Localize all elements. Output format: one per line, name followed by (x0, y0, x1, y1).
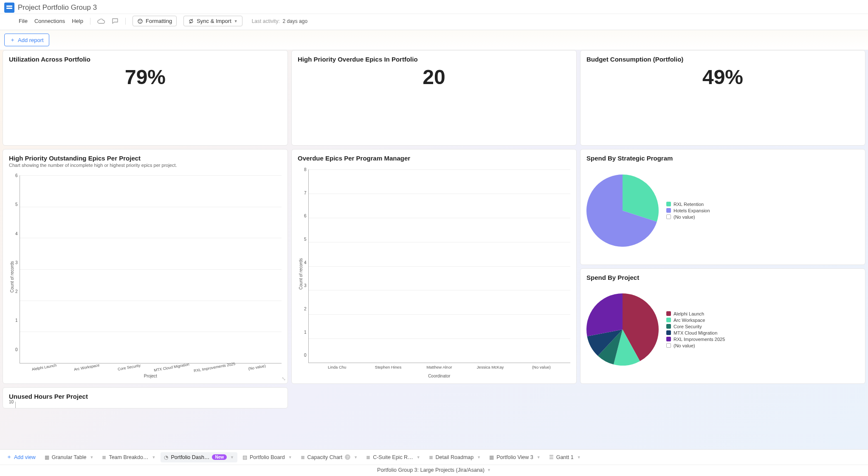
legend-label: RXL Retention (674, 202, 704, 207)
pie-svg (586, 293, 659, 366)
chart-title: High Priority Outstanding Epics Per Proj… (9, 155, 282, 162)
chart-unused-hours[interactable]: Unused Hours Per Project 10 (3, 387, 288, 408)
comment-icon[interactable] (112, 18, 118, 25)
legend-item[interactable]: Alelphi Launch (666, 311, 725, 316)
add-view-label: Add view (14, 454, 36, 460)
kpi-overdue-epics[interactable]: High Priority Overdue Epics In Portfolio… (291, 50, 577, 146)
sync-icon (188, 18, 194, 24)
legend: RXL RetentionHotels Expansion(No value) (666, 200, 710, 221)
chevron-down-icon[interactable]: ▼ (90, 455, 94, 459)
page-title: Project Portfolio Group 3 (18, 3, 97, 12)
legend: Alelphi LaunchArc WorkspaceCore Security… (666, 310, 725, 349)
bars (15, 402, 282, 408)
menu-file[interactable]: File (19, 18, 28, 24)
svg-point-0 (138, 19, 142, 23)
kpi-budget[interactable]: Budget Consumption (Portfolio) 49% (580, 50, 865, 146)
x-tick: Linda Chu (312, 365, 363, 369)
view-tab[interactable]: ▤Portfolio Board▼ (239, 452, 296, 462)
view-tab[interactable]: ◔Portfolio Dash…New▼ (161, 452, 237, 462)
view-tab[interactable]: ≣C-Suite Epic R…▼ (363, 452, 423, 462)
legend-swatch (666, 202, 671, 206)
grid-icon: ▦ (45, 454, 49, 460)
view-tab-label: Portfolio View 3 (496, 454, 533, 460)
view-tab[interactable]: ≣Capacity Chart?▼ (297, 452, 361, 462)
chevron-down-icon[interactable]: ▼ (354, 455, 358, 459)
view-tab[interactable]: ▦Portfolio View 3▼ (486, 452, 544, 462)
new-badge: New (212, 454, 227, 460)
legend-label: Hotels Expansion (674, 208, 710, 213)
view-tab-label: Portfolio Board (250, 454, 285, 460)
view-tab[interactable]: ▦Granular Table▼ (41, 452, 97, 462)
svg-point-2 (141, 20, 141, 21)
formatting-label: Formatting (146, 18, 172, 24)
app-logo (4, 3, 14, 13)
bars (308, 169, 570, 363)
plus-icon: ＋ (10, 36, 15, 44)
legend-item[interactable]: Core Security (666, 324, 725, 329)
bars-icon: ≣ (366, 454, 370, 460)
chart-spend-program[interactable]: Spend By Strategic Program RXL Retention… (580, 149, 865, 265)
menu-help[interactable]: Help (72, 18, 83, 24)
kpi-utilization[interactable]: Utilization Across Portfolio 79% (3, 50, 288, 146)
legend-item[interactable]: MTX Cloud Migration (666, 330, 725, 335)
view-tab[interactable]: ≣Team Breakdo…▼ (99, 452, 159, 462)
chevron-down-icon[interactable]: ▼ (152, 455, 156, 459)
kpi-title: High Priority Overdue Epics In Portfolio (298, 56, 570, 63)
last-activity: Last activity: 2 days ago (252, 18, 307, 24)
legend-item[interactable]: Arc Workspace (666, 318, 725, 323)
bars-icon: ≣ (102, 454, 106, 460)
x-tick: Stephen Hines (363, 365, 414, 369)
legend-item[interactable]: (No value) (666, 343, 725, 348)
chevron-down-icon[interactable]: ▼ (417, 455, 420, 459)
chevron-down-icon[interactable]: ▼ (477, 455, 481, 459)
grid-icon: ▦ (489, 454, 494, 460)
cloud-icon[interactable] (97, 18, 105, 24)
view-tab-label: Gantt 1 (556, 454, 574, 460)
legend-item[interactable]: RXL Improvements 2025 (666, 337, 725, 342)
y-axis-label: Count of records (9, 175, 15, 378)
chevron-down-icon[interactable]: ▼ (230, 455, 234, 459)
sync-label: Sync & Import (197, 18, 231, 24)
legend-swatch (666, 311, 671, 316)
kpi-value: 20 (298, 65, 570, 89)
chart-overdue-per-pm[interactable]: Overdue Epics Per Program Manager Count … (291, 149, 577, 384)
chart-spend-project[interactable]: Spend By Project Alelphi LaunchArc Works… (580, 268, 865, 384)
legend-swatch (666, 343, 671, 348)
pie-icon: ◔ (164, 454, 168, 460)
sync-import-button[interactable]: Sync & Import ▼ (183, 16, 242, 26)
y-ticks: 0123456 (15, 175, 20, 378)
chart-title: Spend By Strategic Program (586, 155, 859, 162)
separator (90, 18, 90, 25)
bars (20, 175, 282, 363)
legend-item[interactable]: Hotels Expansion (666, 208, 710, 213)
chart-epics-per-project[interactable]: High Priority Outstanding Epics Per Proj… (3, 149, 288, 384)
add-view-button[interactable]: ＋ Add view (3, 451, 39, 462)
svg-point-3 (140, 22, 141, 23)
resize-handle[interactable]: ⤡ (282, 376, 286, 382)
view-tab[interactable]: ≣Detail Roadmap▼ (426, 452, 485, 462)
kpi-title: Utilization Across Portfolio (9, 56, 282, 63)
titlebar: Project Portfolio Group 3 (0, 0, 868, 14)
legend-item[interactable]: (No value) (666, 214, 710, 220)
legend-label: (No value) (674, 343, 695, 348)
add-report-button[interactable]: ＋ Add report (4, 34, 49, 46)
chevron-down-icon[interactable]: ▼ (537, 455, 541, 459)
x-axis-label: Coordinator (308, 374, 570, 378)
legend-swatch (666, 208, 671, 213)
chevron-down-icon[interactable]: ▼ (577, 455, 581, 459)
view-tab[interactable]: ☰Gantt 1▼ (546, 452, 584, 462)
menu-connections[interactable]: Connections (34, 18, 65, 24)
bars-icon: ≣ (429, 454, 433, 460)
y-ticks: 012345678 (304, 169, 308, 378)
legend-swatch (666, 337, 671, 341)
view-tab-label: C-Suite Epic R… (373, 454, 413, 460)
pie-slice[interactable] (586, 293, 623, 336)
chevron-down-icon[interactable]: ▼ (288, 455, 292, 459)
legend-item[interactable]: RXL Retention (666, 202, 710, 207)
legend-label: RXL Improvements 2025 (674, 337, 725, 342)
view-tab-label: Team Breakdo… (109, 454, 148, 460)
bars-icon: ≣ (301, 454, 305, 460)
legend-label: (No value) (674, 214, 695, 220)
formatting-button[interactable]: Formatting (132, 16, 177, 26)
help-icon[interactable]: ? (345, 454, 350, 460)
